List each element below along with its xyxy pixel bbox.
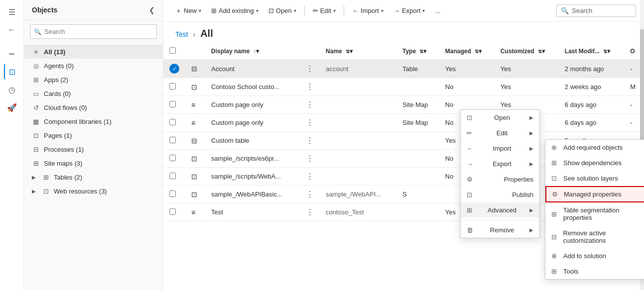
ctx-edit[interactable]: ✏ Edit ▶ — [461, 125, 539, 141]
table-row[interactable]: ✓ ⊟ Account ⋮ account Table Yes Yes 2 mo… — [163, 60, 644, 78]
row-checkbox[interactable] — [169, 83, 176, 90]
col-last-modified-header[interactable]: Last Modif... ⇅▾ — [559, 43, 624, 60]
web-resources-expand-icon: ▶ — [32, 189, 36, 194]
row-check-5[interactable] — [163, 150, 185, 168]
sub-tools[interactable]: ⊞ Tools ▶ — [545, 264, 644, 279]
row-checkbox[interactable] — [169, 155, 176, 161]
row-check-2[interactable] — [163, 96, 185, 114]
sidebar-item-agents[interactable]: ◎ Agents (0) — [24, 59, 163, 73]
ctx-export[interactable]: → Export ▶ — [461, 156, 539, 172]
row-check-7[interactable] — [163, 186, 185, 203]
row-checkbox[interactable] — [169, 101, 176, 107]
sidebar-item-processes[interactable]: ⊟ Processes (1) — [24, 142, 163, 156]
sidebar-item-cards[interactable]: ▭ Cards (0) — [24, 87, 163, 100]
row-dots-8[interactable]: ⋮ — [300, 203, 320, 221]
row-check-8[interactable] — [163, 203, 185, 221]
sidebar-collapse-button[interactable]: ❮ — [149, 6, 155, 14]
row-checkbox[interactable] — [169, 191, 176, 197]
select-all-checkbox[interactable] — [169, 47, 176, 54]
sub-add-solution[interactable]: ⊕ Add to solution — [545, 248, 644, 264]
sidebar-item-component-libraries[interactable]: ▦ Component libraries (1) — [24, 114, 163, 128]
back-icon[interactable]: ← — [4, 22, 20, 38]
ctx-import[interactable]: ← Import ▶ — [461, 141, 539, 156]
sidebar-item-tables[interactable]: ▶ ⊞ Tables (2) — [24, 170, 163, 184]
import-button[interactable]: ← Import ▾ — [348, 4, 387, 17]
row-check-6[interactable] — [163, 168, 185, 186]
more-button[interactable]: ... — [431, 4, 444, 17]
table-row[interactable]: ≡ Custom page only ⋮ Site Map No Yes 6 d… — [163, 114, 644, 132]
row-dots-6[interactable]: ⋮ — [300, 168, 320, 186]
hamburger-icon[interactable]: ☰ — [4, 4, 20, 20]
page-icon[interactable]: ⊡ — [4, 64, 20, 80]
add-existing-button[interactable]: ⊞ Add existing ▾ — [207, 4, 262, 17]
context-menu: ⊡ Open ▶ ✏ Edit ▶ ← Import ▶ → Export ▶ … — [460, 109, 540, 238]
col-type-header[interactable]: Type ⇅▾ — [396, 43, 439, 60]
row-dots-4[interactable]: ⋮ — [300, 132, 320, 150]
ctx-properties[interactable]: ⚙ Properties — [461, 172, 539, 187]
col-name-header[interactable]: Name ⇅▾ — [320, 43, 396, 60]
row-last-modified-3: 6 days ago — [559, 114, 624, 132]
row-checkbox[interactable] — [169, 137, 176, 143]
ctx-advanced[interactable]: ⊞ Advanced ▶ — [461, 202, 539, 218]
sidebar-item-apps[interactable]: ⊞ Apps (2) — [24, 73, 163, 87]
col-customized-header[interactable]: Customized ⇅▾ — [495, 43, 559, 60]
breadcrumb-parent[interactable]: Test — [175, 30, 188, 38]
last-modified-filter-icon[interactable]: ▾ — [607, 48, 610, 55]
dots-icon[interactable]: ••• — [4, 46, 20, 62]
row-check-1[interactable] — [163, 78, 185, 96]
sidebar-item-tables-label: Tables (2) — [54, 174, 82, 181]
row-checkbox[interactable] — [169, 208, 176, 215]
sub-managed-props[interactable]: ⚙ Managed properties — [545, 186, 644, 202]
row-type-7: S — [396, 186, 439, 203]
display-name-filter-icon[interactable]: ▾ — [256, 48, 259, 55]
new-button[interactable]: ＋ New ▾ — [171, 3, 205, 18]
name-filter-icon[interactable]: ▾ — [350, 48, 353, 55]
sub-table-seg[interactable]: ⊞ Table segmentation properties — [545, 202, 644, 225]
row-check-0[interactable]: ✓ — [163, 60, 185, 78]
sidebar-item-web-resources[interactable]: ▶ ⊡ Web resources (3) — [24, 184, 163, 198]
ctx-publish[interactable]: ⊡ Publish — [461, 187, 539, 202]
col-check-header[interactable] — [163, 43, 185, 60]
row-display-name-5: sample_/scripts/es6pr... — [205, 150, 300, 168]
table-row[interactable]: ⊡ Contoso School custo... ⋮ No Yes 2 wee… — [163, 78, 644, 96]
col-display-name-header[interactable]: Display name ↑▾ — [205, 43, 300, 60]
ctx-remove[interactable]: 🗑 Remove ▶ — [461, 222, 539, 238]
sidebar-nav: ≡ All (13) ◎ Agents (0) ⊞ Apps (2) ▭ Car… — [24, 43, 163, 290]
sidebar-search-input[interactable] — [30, 24, 157, 39]
table-row[interactable]: ≡ Custom page only ⋮ Site Map No Yes 6 d… — [163, 96, 644, 114]
row-checkbox[interactable] — [169, 173, 176, 179]
row-dots-3[interactable]: ⋮ — [300, 114, 320, 132]
history-icon[interactable]: ◷ — [4, 82, 20, 97]
toolbar-search-icon: 🔍 — [561, 7, 569, 14]
type-filter-icon[interactable]: ▾ — [423, 48, 426, 55]
sidebar-item-all[interactable]: ≡ All (13) — [24, 45, 163, 59]
col-managed-header[interactable]: Managed ⇅▾ — [439, 43, 495, 60]
toolbar: ＋ New ▾ ⊞ Add existing ▾ ⊡ Open ▾ ✏ Edit… — [163, 0, 644, 22]
export-button[interactable]: → Export ▾ — [389, 4, 429, 17]
ctx-open[interactable]: ⊡ Open ▶ — [461, 110, 539, 125]
row-dots-2[interactable]: ⋮ — [300, 96, 320, 114]
row-dots-1[interactable]: ⋮ — [300, 78, 320, 96]
customized-sort-icon: ⇅ — [538, 49, 542, 54]
customized-filter-icon[interactable]: ▾ — [542, 48, 545, 55]
row-dots-5[interactable]: ⋮ — [300, 150, 320, 168]
row-last-modified-0: 2 months ago — [559, 60, 624, 78]
sub-add-required[interactable]: ⊕ Add required objects — [545, 140, 644, 155]
rocket-icon[interactable]: 🚀 — [4, 99, 20, 115]
open-button[interactable]: ⊡ Open ▾ — [264, 4, 300, 17]
sub-show-deps[interactable]: ⊞ Show dependencies — [545, 155, 644, 171]
row-check-3[interactable] — [163, 114, 185, 132]
toolbar-search[interactable]: 🔍 Search — [556, 4, 636, 17]
row-checkbox[interactable] — [169, 119, 176, 125]
sidebar-item-site-maps[interactable]: ⊞ Site maps (3) — [24, 156, 163, 170]
edit-button[interactable]: ✏ Edit ▾ — [309, 4, 340, 17]
sub-remove-active[interactable]: ⊟ Remove active customizations — [545, 225, 644, 248]
row-dots-0[interactable]: ⋮ — [300, 60, 320, 78]
open-chevron-icon: ▾ — [294, 8, 296, 13]
managed-filter-icon[interactable]: ▾ — [479, 48, 482, 55]
row-dots-7[interactable]: ⋮ — [300, 186, 320, 203]
sidebar-item-pages[interactable]: ⊡ Pages (1) — [24, 128, 163, 142]
row-check-4[interactable] — [163, 132, 185, 150]
sidebar-item-cloud-flows[interactable]: ↺ Cloud flows (0) — [24, 100, 163, 114]
sub-see-solution[interactable]: ⊡ See solution layers — [545, 171, 644, 186]
